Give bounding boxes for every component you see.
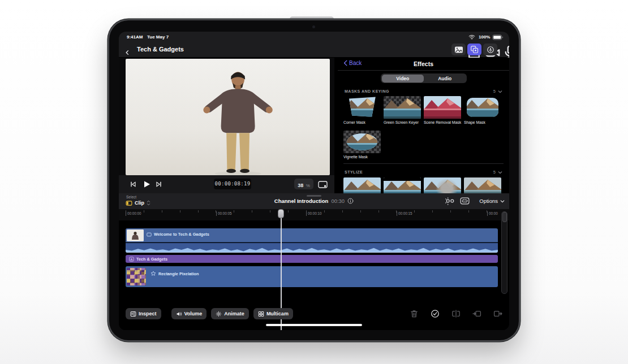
section-stylize: STYLIZE — [345, 170, 363, 174]
effect-item-shape-mask[interactable]: Shape Mask — [464, 96, 501, 124]
ruler-label: 00:00:00 — [126, 211, 141, 216]
scrollbar-handle[interactable] — [502, 212, 507, 222]
bottom-tool-strip: Inspect Volume Animate Multicam — [119, 305, 509, 322]
button-label: Animate — [224, 311, 244, 317]
stylize-effect-item[interactable] — [384, 177, 421, 193]
effect-thumbnail — [343, 96, 381, 119]
volume-button[interactable]: Volume — [171, 308, 207, 319]
keyframe-star-icon — [216, 311, 222, 317]
tab-audio[interactable]: Audio — [424, 75, 466, 83]
viewer-column: 00:00:08:19 38 % — [119, 58, 334, 193]
home-indicator[interactable] — [266, 324, 362, 326]
audio-waveform — [126, 245, 498, 252]
effect-label: Corner Mask — [343, 120, 381, 124]
tab-video[interactable]: Video — [382, 75, 424, 83]
effect-item-green-screen-keyer[interactable]: Green Screen Keyer — [384, 96, 421, 124]
effect-label: Green Screen Keyer — [384, 120, 421, 124]
section-masks-count[interactable]: 5 — [493, 89, 502, 94]
media-browser-button[interactable] — [451, 44, 466, 55]
effect-thumbnail — [343, 131, 381, 153]
multicam-grid-icon — [258, 311, 264, 317]
button-label: Multicam — [266, 311, 289, 317]
title-clip-icon: A — [129, 257, 134, 262]
voice-icon — [487, 46, 494, 54]
skip-forward-icon[interactable] — [155, 180, 163, 188]
play-icon[interactable] — [142, 180, 151, 189]
clip-label: Rectangle Pixelation — [158, 271, 199, 276]
button-label: Inspect — [139, 311, 157, 317]
clip-audio-welcome[interactable] — [126, 243, 498, 253]
display-toggle-icon[interactable] — [318, 180, 328, 189]
effect-item-vignette-mask[interactable]: Vignette Mask — [343, 131, 381, 159]
section-stylize-count[interactable]: 5 — [493, 170, 502, 175]
zoom-unit: % — [306, 183, 310, 188]
zoom-control[interactable]: 38 % — [294, 179, 313, 189]
split-clip-icon[interactable] — [451, 309, 461, 318]
overwrite-mode-icon[interactable] — [460, 197, 470, 205]
animate-button[interactable]: Animate — [211, 308, 249, 319]
stylize-effect-item[interactable] — [464, 177, 501, 193]
options-dropdown[interactable]: Options — [479, 198, 505, 204]
trash-icon[interactable] — [410, 309, 419, 318]
effects-browser-button[interactable] — [467, 44, 481, 55]
inspect-button[interactable]: Inspect — [126, 308, 161, 319]
page: 9:41AM Tue May 7 100% Tech & Gadgets — [0, 0, 628, 364]
chevron-down-icon — [500, 199, 505, 203]
effect-thumbnail — [343, 177, 381, 193]
clip-effect-rectangle-pixelation[interactable]: Rectangle Pixelation — [126, 266, 498, 287]
effect-thumbnail — [384, 96, 421, 119]
status-time: 9:41AM — [127, 34, 143, 40]
effect-thumbnail — [464, 96, 501, 119]
timecode-display: 00:00:08:19 — [214, 179, 251, 189]
edit-actions — [410, 309, 502, 318]
skip-back-icon[interactable] — [129, 180, 137, 188]
stylize-effect-item[interactable] — [343, 177, 381, 193]
clip-video-welcome[interactable]: Welcome to Tech & Gadgets — [126, 228, 498, 242]
effect-item-corner-mask[interactable]: Corner Mask — [343, 96, 381, 124]
front-camera — [312, 25, 315, 28]
timeline-project-title: Channel Introduction — [274, 198, 329, 204]
voiceover-button[interactable] — [483, 44, 497, 55]
clip-label: Welcome to Tech & Gadgets — [154, 232, 209, 237]
stylize-effect-item[interactable] — [424, 177, 461, 193]
video-clip-icon — [147, 232, 152, 237]
ipad-device-frame: 9:41AM Tue May 7 100% Tech & Gadgets — [109, 20, 519, 340]
effect-clip-icon — [150, 271, 156, 276]
section-divider — [343, 163, 504, 164]
effect-thumbnail — [424, 96, 461, 119]
transport-bar: 00:00:08:19 38 % — [119, 175, 334, 193]
clip-label-row: Rectangle Pixelation — [150, 271, 199, 276]
button-label: Volume — [184, 311, 203, 317]
multicam-button[interactable]: Multicam — [253, 308, 293, 319]
done-check-icon[interactable] — [431, 309, 440, 318]
clip-title-tech-gadgets[interactable]: A Tech & Gadgets — [126, 255, 498, 263]
timeline-drag-handle[interactable] — [307, 195, 321, 197]
effect-thumbnail — [464, 177, 501, 193]
playhead-handle[interactable] — [278, 209, 284, 218]
insert-clip-icon[interactable] — [472, 309, 481, 318]
app-screen: 9:41AM Tue May 7 100% Tech & Gadgets — [119, 32, 509, 330]
app-header: 9:41AM Tue May 7 100% Tech & Gadgets — [119, 32, 509, 58]
svg-text:A: A — [131, 258, 133, 261]
info-icon[interactable] — [347, 198, 354, 204]
toolbar: Tech & Gadgets — [119, 42, 509, 58]
timeline-vertical-scrollbar[interactable] — [501, 211, 507, 294]
effect-thumbnail — [384, 177, 421, 193]
ruler-label: 00:00:05 — [216, 211, 232, 216]
inspector-icon — [130, 311, 136, 317]
timeline-ruler[interactable]: 00:00:00 00:00:05 00:00:10 00:00:15 00:0… — [119, 209, 509, 220]
zoom-value: 38 — [298, 183, 303, 188]
battery-icon — [492, 34, 504, 40]
connect-clip-icon[interactable] — [445, 197, 455, 205]
effects-icon — [470, 45, 479, 54]
chevron-down-icon — [498, 170, 502, 175]
battery-percent: 100% — [479, 34, 490, 40]
status-bar: 9:41AM Tue May 7 100% — [119, 33, 509, 41]
timeline: Select Clip Channel Introduction00:30 Op… — [119, 193, 509, 330]
presenter-figure — [198, 68, 281, 175]
video-viewer[interactable] — [126, 59, 330, 175]
clip-label-row: Welcome to Tech & Gadgets — [147, 232, 209, 237]
append-clip-icon[interactable] — [493, 309, 502, 318]
effect-item-scene-removal-mask[interactable]: Scene Removal Mask — [424, 96, 461, 124]
effect-label: Vignette Mask — [343, 155, 381, 159]
